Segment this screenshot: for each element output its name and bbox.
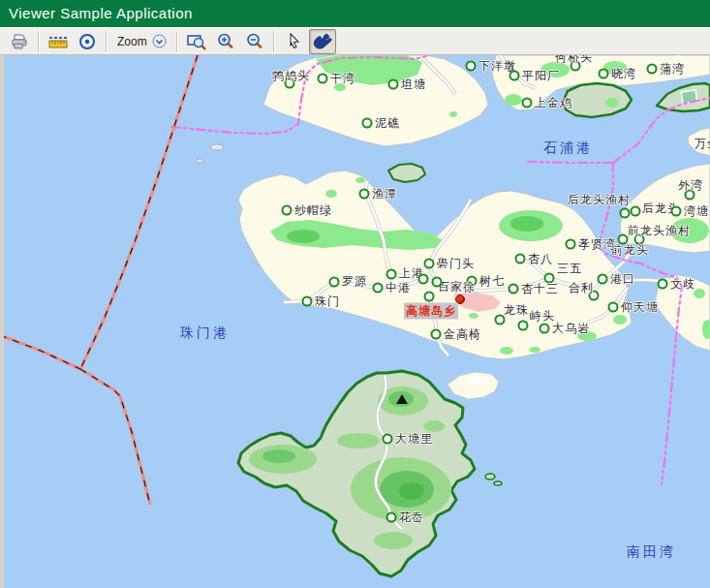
toolbar-separator <box>273 31 275 52</box>
forest-patch <box>603 61 627 75</box>
toolbar-separator <box>176 31 178 52</box>
tiny-islet <box>494 481 502 485</box>
forest-patch <box>529 347 540 353</box>
forest-patch-dark <box>262 449 295 463</box>
forest-patch-dark <box>287 230 320 243</box>
tiny-islet <box>196 159 203 163</box>
zoom-dropdown-label: Zoom <box>117 35 147 48</box>
forest-patch-dark <box>510 216 543 232</box>
forest-patch <box>694 289 705 298</box>
select-pointer-button[interactable] <box>280 29 307 54</box>
pan-hand-icon <box>311 31 334 52</box>
forest-patch <box>355 177 365 183</box>
zoom-in-button[interactable] <box>212 29 239 54</box>
forest-patch <box>500 347 513 355</box>
forest-patch <box>337 433 380 449</box>
forest-patch <box>613 315 627 325</box>
zoom-out-icon <box>245 32 264 51</box>
forest-patch <box>469 313 478 319</box>
ruler-icon <box>47 32 69 51</box>
zoom-window-icon <box>186 32 207 51</box>
forest-patch <box>577 331 597 341</box>
forest-patch-dark <box>388 391 414 407</box>
map-base-layer <box>4 55 710 588</box>
tiny-islet <box>210 144 224 150</box>
forest-patch-dark <box>399 482 424 500</box>
zoom-dropdown[interactable]: Zoom <box>111 32 172 50</box>
print-button[interactable] <box>6 29 33 54</box>
viewer-window: { "window": { "title": "Viewer Sample Ap… <box>0 0 710 588</box>
forest-patch <box>334 83 346 91</box>
forest-patch <box>449 111 457 117</box>
forest-patch <box>423 420 445 432</box>
tiny-islet <box>485 474 495 480</box>
window-title: Viewer Sample Application <box>9 5 193 21</box>
chevron-down-icon <box>152 34 167 48</box>
toolbar-separator <box>38 31 40 52</box>
target-circle-icon <box>77 32 97 51</box>
toolbar-separator <box>106 31 108 52</box>
islet-highlight <box>468 376 489 384</box>
target-button[interactable] <box>74 29 101 54</box>
zoom-out-button[interactable] <box>241 29 268 54</box>
printer-icon <box>10 32 29 51</box>
forest-patch <box>540 62 570 77</box>
forest-patch <box>374 532 413 549</box>
forest-patch <box>605 98 619 108</box>
forest-patch <box>670 218 709 243</box>
outlined-islet-yutan <box>388 164 425 182</box>
pointer-arrow-icon <box>285 32 302 51</box>
toolbar: Zoom <box>0 27 710 55</box>
window-title-bar: Viewer Sample Application <box>0 0 710 27</box>
forest-patch <box>325 190 337 198</box>
forest-patch <box>505 94 522 106</box>
pan-hand-button[interactable] <box>309 29 336 54</box>
zoom-in-icon <box>216 32 235 51</box>
measure-button[interactable] <box>45 29 72 54</box>
zoom-window-button[interactable] <box>183 29 210 54</box>
map-canvas[interactable]: 鹁鸪头干湾坦塘泥礁何桥头下洋墩平阳厂晓湾蒲湾上金鸡万全外湾后龙头渔村后龙头湾塘前… <box>4 55 710 588</box>
